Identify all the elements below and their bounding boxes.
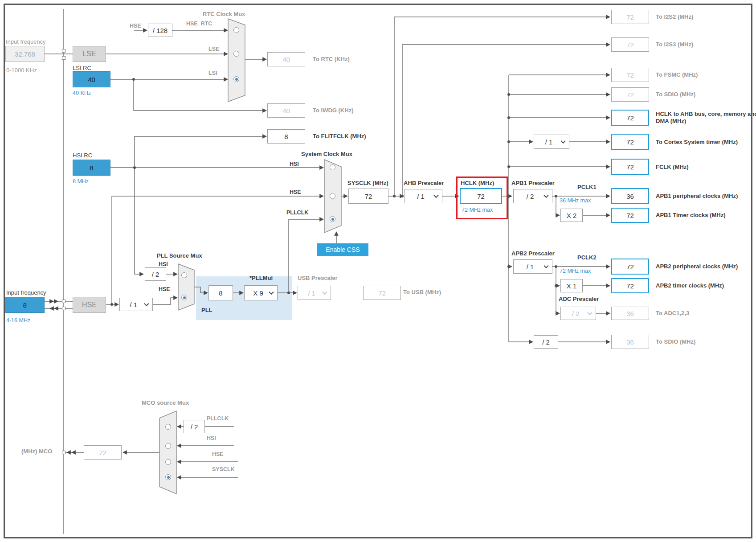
apb2-prescaler-select[interactable]: / 1 <box>513 259 552 274</box>
adc-prescaler-label: ADC Prescaler <box>559 296 599 302</box>
mco-out-label: (MHz) MCO <box>21 448 52 455</box>
sys-hse-label: HSE <box>290 189 301 195</box>
mco-hse-label: HSE <box>212 451 224 457</box>
hclk-value-box[interactable]: 72 <box>460 188 502 204</box>
ahb-prescaler-label: AHB Prescaler <box>404 180 444 186</box>
sys-mux-radio-hsi[interactable] <box>330 164 335 170</box>
apb1-timer-multiplier-box: X 2 <box>560 209 583 222</box>
pll-block-label: PLL <box>201 307 212 313</box>
clock-configuration-canvas: Input frequency 32.768 0-1000 KHz LSE LS… <box>0 0 756 542</box>
system-mux-title: System Clock Mux <box>301 151 352 157</box>
sdio-top-value-box: 72 <box>611 87 649 102</box>
lsi-frequency-note: 40 KHz <box>73 90 91 96</box>
to-fsmc-label: To FSMC (MHz) <box>656 71 698 78</box>
mco-mux-radio-hse[interactable] <box>165 459 171 465</box>
apb2-timer-value-box[interactable]: 72 <box>611 278 649 293</box>
apb1-prescaler-select[interactable]: / 2 <box>513 189 552 203</box>
ahb-prescaler-select[interactable]: / 1 <box>405 189 442 203</box>
rtc-mux-title: RTC Clock Mux <box>203 11 245 17</box>
to-rtc-label: To RTC (KHz) <box>313 56 350 62</box>
iwdg-clock-value-box: 40 <box>267 103 305 118</box>
to-adc-label: To ADC1,2,3 <box>656 310 689 316</box>
i2s3-value-box: 72 <box>611 37 649 52</box>
apb1-peripheral-value-box[interactable]: 36 <box>611 188 649 204</box>
sys-mux-radio-hse[interactable] <box>330 193 335 199</box>
pll-mux-radio-hse[interactable] <box>181 295 187 300</box>
to-sdio-bottom-label: To SDIO (MHz) <box>656 338 695 345</box>
mco-divider-box: / 2 <box>184 420 205 433</box>
pll-mux-radio-hsi[interactable] <box>181 272 187 278</box>
mco-value-box: 72 <box>84 445 122 460</box>
sysclk-label: SYSCLK (MHz) <box>347 180 388 186</box>
apb2-timer-multiplier-box: X 1 <box>560 279 583 292</box>
mco-mux-radio-pllclk[interactable] <box>165 424 171 430</box>
cortex-prescaler-select[interactable]: / 1 <box>534 135 569 149</box>
mco-mux-radio-sysclk[interactable] <box>165 474 171 480</box>
apb1-timer-label: APB1 Timer clocks (MHz) <box>656 212 726 218</box>
fclk-value-box[interactable]: 72 <box>611 159 649 175</box>
pll-hse-label: HSE <box>159 286 170 292</box>
lse-input-range-label: 0-1000 KHz <box>6 67 37 74</box>
pllmul-select[interactable]: X 9 <box>244 285 278 300</box>
sys-hsi-label: HSI <box>290 161 299 167</box>
lsi-oscillator-box[interactable]: 40 <box>73 71 110 87</box>
pll-input-value-box: 8 <box>208 285 233 300</box>
rtc-mux-radio-lsi[interactable] <box>233 76 239 82</box>
to-sdio-top-label: To SDIO (MHz) <box>656 91 695 98</box>
mco-mux-radio-hsi[interactable] <box>165 443 171 449</box>
hsi-rc-label: HSI RC <box>73 152 92 159</box>
hse-rtc-divider-box: / 128 <box>148 24 172 37</box>
pll-mux-shape <box>178 264 194 310</box>
adc-clock-value-box: 36 <box>611 307 649 320</box>
mco-hsi-label: HSI <box>207 435 216 441</box>
usb-clock-value-box: 72 <box>363 286 401 300</box>
apb1-timer-value-box[interactable]: 72 <box>611 208 649 223</box>
apb2-prescaler-label: APB2 Prescaler <box>511 250 555 257</box>
apb2-peripheral-label: APB2 peripheral clocks (MHz) <box>656 263 738 270</box>
usb-prescaler-select[interactable]: / 1 <box>298 286 331 300</box>
enable-css-button[interactable]: Enable CSS <box>317 243 368 256</box>
sys-mux-radio-pllclk[interactable] <box>330 216 335 222</box>
rtc-mux-radio-hse-rtc[interactable] <box>233 27 239 33</box>
flitfclk-value-box: 8 <box>267 129 305 144</box>
mco-mux-shape <box>159 411 176 494</box>
hse-input-frequency-field[interactable]: 8 <box>5 297 45 313</box>
rtc-mux-radio-lse[interactable] <box>233 51 239 57</box>
pclk1-label: PCLK1 <box>577 184 597 190</box>
hsi-oscillator-box[interactable]: 8 <box>73 160 110 176</box>
cortex-timer-value-box[interactable]: 72 <box>611 134 649 150</box>
fsmc-value-box: 72 <box>611 68 649 82</box>
i2s2-value-box: 72 <box>611 10 649 24</box>
hse-input-frequency-label: Input frequency <box>6 289 46 296</box>
pclk2-max-note: 72 MHz max <box>560 268 591 274</box>
lse-input-frequency-field: 32.768 <box>5 46 45 62</box>
usb-prescaler-label: USB Prescaler <box>298 275 338 281</box>
hse-input-range-note: 4-16 MHz <box>6 317 30 324</box>
sdio-divider-box: / 2 <box>534 335 558 349</box>
hclk-ahb-value-box[interactable]: 72 <box>611 110 649 126</box>
cortex-timer-label: To Cortex System timer (MHz) <box>656 139 738 145</box>
hclk-ahb-label: HCLK to AHB bus, core, memory and DMA (M… <box>656 111 756 126</box>
lse-input-frequency-label: Input frequency <box>6 38 46 45</box>
rtc-lsi-label: LSI <box>208 70 217 76</box>
adc-prescaler-select[interactable]: / 2 <box>560 307 596 320</box>
pll-hsi-divider-box: / 2 <box>145 267 166 281</box>
sysclk-value-box: 72 <box>348 189 388 204</box>
pclk1-max-note: 36 MHz max <box>560 197 591 204</box>
apb2-peripheral-value-box[interactable]: 72 <box>611 259 649 275</box>
apb1-peripheral-label: APB1 peripheral clocks (MHz) <box>656 193 738 199</box>
rtc-lse-label: LSE <box>208 46 219 52</box>
hsi-frequency-note: 8 MHz <box>73 178 89 185</box>
pclk2-label: PCLK2 <box>577 254 597 261</box>
mco-pllclk-label: PLLCLK <box>207 415 229 422</box>
hse-rtc-label: HSE_RTC <box>186 21 212 27</box>
lse-oscillator-box: LSE <box>73 46 106 62</box>
mco-mux-title: MCO source Mux <box>142 399 189 406</box>
to-i2s2-label: To I2S2 (MHz) <box>656 13 693 20</box>
lsi-rc-label: LSI RC <box>73 65 91 71</box>
to-flitfclk-label: To FLITFCLK (MHz) <box>313 133 366 140</box>
to-i2s3-label: To I2S3 (MHz) <box>656 41 693 48</box>
hclk-label: HCLK (MHz) <box>461 180 494 186</box>
hse-prediv-select[interactable]: / 1 <box>119 298 153 311</box>
pll-hsi-label: HSI <box>159 261 168 267</box>
